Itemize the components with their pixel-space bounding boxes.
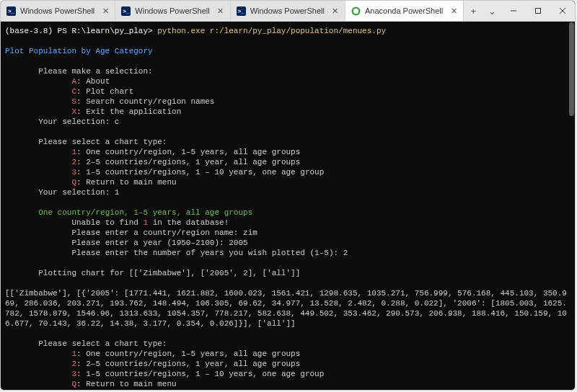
- powershell-icon: >_: [6, 6, 16, 16]
- command: python.exe r:/learn/py_play/population/m…: [157, 27, 386, 35]
- selection-value: c: [115, 117, 120, 126]
- menu-label: : 1–5 countries/regions, 1 – 10 years, o…: [76, 370, 324, 378]
- scrollbar-thumb[interactable]: [569, 22, 574, 116]
- tab-strip: >_ Windows PowerShell ✕ >_ Windows Power…: [1, 1, 464, 21]
- selection-prompt: Your selection:: [38, 117, 115, 126]
- input-prompt: Please enter the number of years you wis…: [71, 249, 343, 257]
- selection-value: 1: [115, 188, 120, 197]
- app-window: >_ Windows PowerShell ✕ >_ Windows Power…: [0, 0, 576, 391]
- error-suffix: in the database!: [148, 218, 229, 227]
- prompt: (base-3.8) PS R:\learn\py_play>: [5, 27, 157, 35]
- anaconda-icon: [351, 6, 361, 16]
- input-prompt: Please enter a year (1950–2100):: [71, 239, 229, 247]
- input-value: 2005: [229, 239, 247, 247]
- status-line: Plotting chart for [['Zimbabwe'], ['2005…: [38, 269, 300, 277]
- new-tab-button[interactable]: +: [464, 1, 483, 21]
- program-title: Plot Population by Age Category: [5, 47, 153, 55]
- tab-powershell-3[interactable]: >_ Windows PowerShell ✕: [231, 1, 345, 21]
- terminal-output[interactable]: (base-3.8) PS R:\learn\py_play> python.e…: [1, 22, 575, 390]
- input-prompt: Please enter a country/region name:: [71, 228, 243, 237]
- tab-label: Anaconda PowerShell: [365, 6, 443, 15]
- chart-intro: Please select a chart type:: [38, 339, 167, 348]
- powershell-icon: >_: [121, 6, 131, 16]
- menu-label: : One country/region, 1–5 years, all age…: [76, 349, 300, 358]
- close-window-button[interactable]: [550, 1, 575, 21]
- selected-heading: One country/region, 1–5 years, all age g…: [38, 208, 252, 217]
- powershell-icon: >_: [237, 6, 246, 16]
- close-icon[interactable]: ✕: [216, 6, 225, 16]
- menu-label: : Plot chart: [76, 87, 133, 96]
- menu-label: : 2–5 countries/regions, 1 year, all age…: [76, 158, 300, 166]
- chart-intro: Please select a chart type:: [38, 138, 167, 146]
- input-value: zim: [243, 228, 257, 237]
- tab-label: Windows PowerShell: [135, 6, 209, 15]
- menu-label: : 1–5 countries/regions, 1 – 10 years, o…: [76, 168, 324, 177]
- input-value: 2: [343, 249, 348, 257]
- menu-label: : Search country/region names: [76, 97, 214, 106]
- menu-label: : Return to main menu: [76, 178, 177, 187]
- minimize-button[interactable]: [501, 1, 526, 21]
- menu-label: : One country/region, 1–5 years, all age…: [76, 148, 300, 156]
- titlebar: >_ Windows PowerShell ✕ >_ Windows Power…: [1, 1, 575, 22]
- svg-point-0: [353, 7, 360, 14]
- svg-rect-2: [535, 9, 540, 14]
- error-prefix: Unable to find: [71, 218, 143, 227]
- selection-prompt: Your selection:: [38, 188, 115, 197]
- menu-label: : Return to main menu: [76, 380, 177, 388]
- tab-anaconda[interactable]: Anaconda PowerShell ✕: [345, 1, 464, 21]
- menu-label: : Exit the application: [76, 107, 181, 116]
- tab-powershell-1[interactable]: >_ Windows PowerShell ✕: [1, 1, 115, 21]
- close-icon[interactable]: ✕: [331, 6, 340, 16]
- menu-label: : About: [76, 77, 110, 86]
- tab-label: Windows PowerShell: [250, 6, 325, 15]
- menu-intro: Please make a selection:: [38, 67, 152, 76]
- tab-dropdown-button[interactable]: ⌄: [483, 1, 501, 21]
- data-dump: [['Zimbabwe'], [{'2005': [1771.441, 1621…: [5, 289, 567, 328]
- tab-label: Windows PowerShell: [20, 6, 94, 15]
- tab-powershell-2[interactable]: >_ Windows PowerShell ✕: [115, 1, 230, 21]
- maximize-button[interactable]: [526, 1, 550, 21]
- window-buttons: [501, 1, 575, 21]
- menu-label: : 2–5 countries/regions, 1 year, all age…: [76, 360, 300, 368]
- close-icon[interactable]: ✕: [101, 6, 110, 16]
- close-icon[interactable]: ✕: [449, 6, 458, 16]
